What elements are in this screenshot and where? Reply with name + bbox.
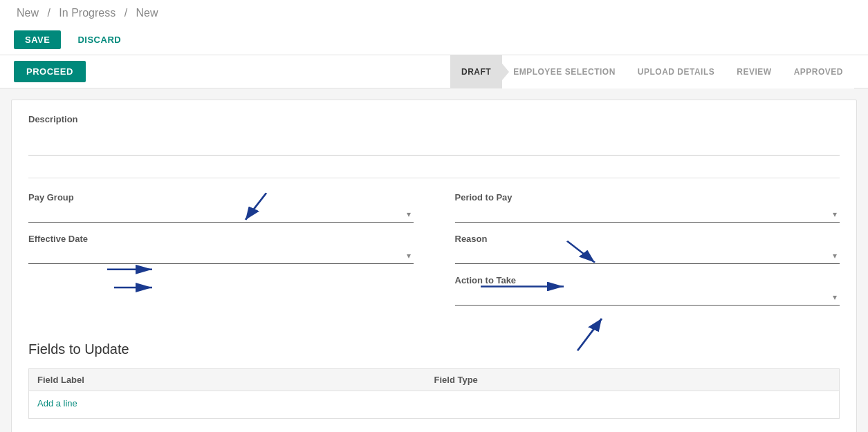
proceed-button[interactable]: PROCEED [14,61,86,82]
save-button[interactable]: SAVE [14,30,61,49]
discard-button[interactable]: DISCARD [69,30,129,49]
period-to-pay-label: Period to Pay [455,192,840,203]
breadcrumb: New / In Progress / New [14,7,854,19]
add-line-button[interactable]: Add a line [29,391,86,415]
pipeline-step-upload-details[interactable]: UPLOAD DETAILS [627,55,726,88]
table-body: Add a line [28,391,840,419]
pipeline-step-approved[interactable]: APPROVED [783,55,854,88]
table-header: Field Label Field Type [28,368,840,391]
breadcrumb-part2[interactable]: In Progress [59,7,116,19]
pipeline-step-review[interactable]: REVIEW [726,55,782,88]
effective-date-label: Effective Date [28,234,414,244]
pay-group-label: Pay Group [28,192,414,203]
description-input[interactable] [28,133,840,156]
action-to-take-select[interactable] [455,288,840,306]
pay-group-select[interactable] [28,205,414,223]
period-to-pay-select[interactable] [455,205,840,223]
breadcrumb-sep1: / [47,7,53,19]
status-pipeline: DRAFT EMPLOYEE SELECTION UPLOAD DETAILS … [450,55,854,88]
col-field-type: Field Type [434,375,831,385]
pipeline-step-employee-selection[interactable]: EMPLOYEE SELECTION [502,55,627,88]
reason-select[interactable] [455,247,840,264]
fields-to-update-title: Fields to Update [28,341,840,357]
reason-label: Reason [455,234,840,244]
breadcrumb-sep2: / [124,7,131,19]
effective-date-select[interactable] [28,247,414,264]
pipeline-step-draft[interactable]: DRAFT [450,55,502,88]
action-to-take-label: Action to Take [455,275,840,285]
col-field-label: Field Label [37,375,434,385]
breadcrumb-part3[interactable]: New [136,7,158,19]
description-label: Description [28,114,840,124]
breadcrumb-part1[interactable]: New [17,7,39,19]
